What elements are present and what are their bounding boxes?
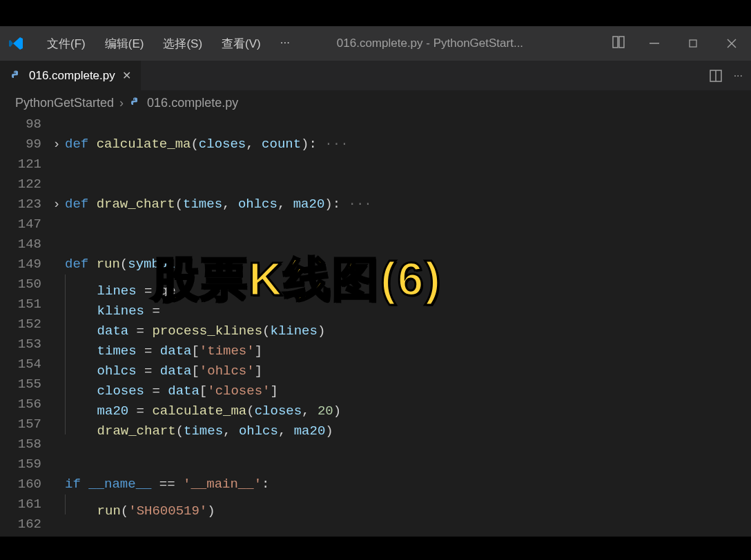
line-number: 159: [0, 454, 41, 474]
line-number: 154: [0, 354, 41, 374]
line-number: 147: [0, 214, 41, 234]
svg-rect-3: [690, 40, 696, 47]
title-bar[interactable]: 文件(F) 编辑(E) 选择(S) 查看(V) ··· 016.complete…: [0, 26, 751, 61]
vscode-icon: [8, 35, 25, 52]
svg-rect-0: [613, 37, 618, 48]
line-number: 99: [0, 134, 41, 154]
fold-chevron-icon[interactable]: ›: [48, 194, 65, 214]
close-button[interactable]: [712, 26, 751, 61]
code-line[interactable]: [65, 174, 751, 194]
line-number: 155: [0, 374, 41, 394]
menu-selection[interactable]: 选择(S): [153, 32, 212, 56]
window-title: 016.complete.py - PythonGetStart...: [300, 37, 602, 50]
python-file-icon: [10, 70, 22, 82]
code-line[interactable]: times = data['times']: [65, 334, 751, 354]
code-line[interactable]: run('SH600519'): [65, 494, 751, 514]
minimize-button[interactable]: [635, 26, 674, 61]
tab-active[interactable]: 016.complete.py ✕: [0, 61, 141, 90]
breadcrumb-file[interactable]: 016.complete.py: [129, 96, 238, 110]
tab-close-icon[interactable]: ✕: [122, 69, 131, 82]
svg-rect-2: [650, 43, 659, 44]
tab-more-icon[interactable]: ···: [734, 70, 743, 82]
tab-bar: 016.complete.py ✕ ···: [0, 61, 751, 91]
layout-customize-icon[interactable]: [602, 35, 635, 52]
code-editor[interactable]: 9899121122123147148149150151152153154155…: [0, 114, 751, 537]
line-number-gutter: 9899121122123147148149150151152153154155…: [0, 114, 48, 537]
line-number: 157: [0, 414, 41, 434]
split-editor-icon[interactable]: [709, 69, 723, 83]
code-line[interactable]: if __name__ == '__main__':: [65, 474, 751, 494]
line-number: 153: [0, 334, 41, 354]
svg-rect-1: [619, 37, 624, 48]
line-number: 98: [0, 114, 41, 134]
code-line[interactable]: [65, 154, 751, 174]
line-number: 162: [0, 514, 41, 534]
line-number: 122: [0, 174, 41, 194]
menu-view[interactable]: 查看(V): [212, 32, 271, 56]
code-line[interactable]: [65, 214, 751, 234]
code-line[interactable]: ohlcs = data['ohlcs']: [65, 354, 751, 374]
line-number: 121: [0, 154, 41, 174]
menu-file[interactable]: 文件(F): [37, 32, 95, 56]
window-controls: [602, 26, 751, 61]
line-number: 160: [0, 474, 41, 494]
chevron-right-icon: ›: [119, 96, 124, 110]
python-file-icon: [129, 97, 142, 109]
menu-edit[interactable]: 编辑(E): [95, 32, 154, 56]
code-line[interactable]: closes = data['closes']: [65, 374, 751, 394]
line-number: 123: [0, 194, 41, 214]
breadcrumb[interactable]: PythonGetStarted › 016.complete.py: [0, 91, 751, 114]
code-line[interactable]: [65, 114, 751, 134]
menu-more[interactable]: ···: [271, 32, 300, 56]
code-line[interactable]: [65, 434, 751, 454]
code-line[interactable]: ma20 = calculate_ma(closes, 20): [65, 394, 751, 414]
line-number: 152: [0, 314, 41, 334]
code-line[interactable]: def draw_chart(times, ohlcs, ma20): ···: [65, 194, 751, 214]
line-number: 156: [0, 394, 41, 414]
breadcrumb-root[interactable]: PythonGetStarted: [15, 96, 114, 110]
fold-chevron-icon[interactable]: ›: [48, 134, 65, 154]
code-line[interactable]: data = process_klines(klines): [65, 314, 751, 334]
maximize-button[interactable]: [674, 26, 712, 61]
line-number: 149: [0, 254, 41, 274]
line-number: 151: [0, 294, 41, 314]
menu-bar: 文件(F) 编辑(E) 选择(S) 查看(V) ···: [37, 32, 300, 56]
line-number: 158: [0, 434, 41, 454]
code-line[interactable]: def calculate_ma(closes, count): ···: [65, 134, 751, 154]
fold-gutter[interactable]: ››: [48, 114, 65, 537]
tab-label: 016.complete.py: [29, 69, 115, 83]
line-number: 148: [0, 234, 41, 254]
code-line[interactable]: draw_chart(times, ohlcs, ma20): [65, 414, 751, 434]
code-content[interactable]: def calculate_ma(closes, count): ···def …: [65, 114, 751, 537]
line-number: 161: [0, 494, 41, 514]
line-number: 150: [0, 274, 41, 294]
code-line[interactable]: [65, 514, 751, 534]
video-overlay-title: 股票K线图(6): [152, 248, 442, 311]
code-line[interactable]: [65, 454, 751, 474]
